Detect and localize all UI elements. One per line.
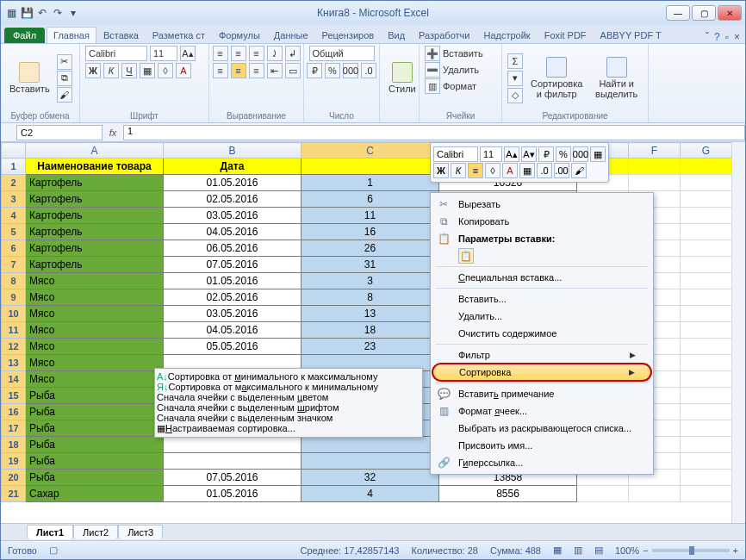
row-header[interactable]: 21 xyxy=(2,486,26,502)
row-header[interactable]: 13 xyxy=(2,355,26,371)
cell[interactable]: 32 xyxy=(302,470,439,486)
view-pagebreak-icon[interactable]: ▤ xyxy=(594,544,603,556)
cell[interactable]: 6 xyxy=(302,191,439,208)
cell[interactable] xyxy=(681,339,732,355)
sheet-tab[interactable]: Лист3 xyxy=(118,525,163,539)
format-painter-icon[interactable]: 🖌 xyxy=(57,87,72,103)
column-header[interactable]: B xyxy=(164,143,302,159)
row-header[interactable]: 11 xyxy=(2,322,26,339)
clear-icon[interactable]: ◇ xyxy=(507,88,523,103)
minimize-button[interactable]: — xyxy=(666,5,690,21)
cell[interactable]: Дата xyxy=(164,159,302,175)
row-header[interactable]: 16 xyxy=(2,404,26,420)
sort-by-color[interactable]: Сначала ячейки с выделенным цветом xyxy=(157,392,420,402)
sort-custom[interactable]: ▦Настраиваемая сортировка... xyxy=(157,423,420,434)
column-header[interactable]: C xyxy=(302,143,439,159)
sort-by-font[interactable]: Сначала ячейки с выделенным шрифтом xyxy=(157,402,420,413)
sheet-tab[interactable]: Лист2 xyxy=(73,525,118,539)
view-layout-icon[interactable]: ▥ xyxy=(574,544,582,556)
mini-fill-icon[interactable]: ◊ xyxy=(485,163,500,178)
cell[interactable]: 16 xyxy=(302,224,439,240)
orientation-icon[interactable]: ⤸ xyxy=(267,46,283,61)
cell[interactable]: Рыба xyxy=(26,453,164,470)
cell[interactable]: Картофель xyxy=(26,224,164,240)
row-header[interactable]: 8 xyxy=(2,273,26,289)
mini-bold-icon[interactable]: Ж xyxy=(433,163,449,178)
cell[interactable] xyxy=(629,175,681,191)
ribbon-tab[interactable]: Рецензиров xyxy=(315,27,382,43)
cell[interactable]: 3 xyxy=(302,273,439,289)
align-top-icon[interactable]: ≡ xyxy=(213,46,228,61)
cell[interactable]: 01.05.2016 xyxy=(164,175,302,191)
inc-dec-icon[interactable]: .0 xyxy=(361,63,376,78)
formula-input[interactable]: 1 xyxy=(123,125,745,140)
cell[interactable] xyxy=(681,470,732,486)
cell[interactable]: Наименование товара xyxy=(26,159,164,175)
cell[interactable]: Картофель xyxy=(26,175,164,191)
cell[interactable]: 07.05.2016 xyxy=(164,470,302,486)
cell[interactable] xyxy=(681,453,732,470)
font-name-combo[interactable]: Calibri xyxy=(85,46,147,61)
cell[interactable] xyxy=(629,486,681,502)
align-right-icon[interactable]: ≡ xyxy=(249,63,264,78)
row-header[interactable]: 2 xyxy=(2,175,26,191)
cell[interactable] xyxy=(164,453,302,470)
cell[interactable]: Мясо xyxy=(26,355,164,371)
currency-icon[interactable]: ₽ xyxy=(307,63,322,78)
cell[interactable] xyxy=(577,486,629,502)
undo-icon[interactable]: ↶ xyxy=(35,6,49,20)
column-header[interactable]: A xyxy=(26,143,164,159)
ribbon-tab[interactable]: Надстройк xyxy=(476,27,537,43)
copy-icon[interactable]: ⧉ xyxy=(57,71,72,86)
ribbon-tab[interactable]: Разработчи xyxy=(412,27,476,43)
ctx-pick-from-list[interactable]: Выбрать из раскрывающегося списка... xyxy=(432,420,651,437)
macro-record-icon[interactable]: ▢ xyxy=(49,544,58,556)
ribbon-tab[interactable]: Вид xyxy=(381,27,412,43)
cell[interactable]: Мясо xyxy=(26,273,164,289)
zoom-in-icon[interactable]: + xyxy=(733,545,738,556)
cell[interactable] xyxy=(681,306,732,322)
mini-border-icon[interactable]: ▦ xyxy=(590,146,606,162)
cell[interactable]: Мясо xyxy=(26,339,164,355)
row-header[interactable]: 4 xyxy=(2,208,26,224)
ctx-define-name[interactable]: Присвоить имя... xyxy=(432,437,651,454)
cell[interactable]: Мясо xyxy=(26,289,164,306)
ctx-paste-special[interactable]: Специальная вставка... xyxy=(432,269,651,286)
cell[interactable] xyxy=(629,159,681,175)
ctx-filter[interactable]: Фильтр▶ xyxy=(432,346,651,364)
cell[interactable]: Мясо xyxy=(26,322,164,339)
ctx-cut[interactable]: ✂Вырезать xyxy=(432,196,651,213)
ctx-insert-comment[interactable]: 💬Вставить примечание xyxy=(432,385,651,402)
column-header[interactable]: F xyxy=(629,143,681,159)
border-icon[interactable]: ▦ xyxy=(140,63,155,78)
qat-more-icon[interactable]: ▾ xyxy=(66,6,80,20)
mini-font-combo[interactable]: Calibri xyxy=(433,146,478,162)
row-header[interactable]: 12 xyxy=(2,339,26,355)
cell[interactable]: Мясо xyxy=(26,306,164,322)
cell[interactable]: Картофель xyxy=(26,208,164,224)
zoom-control[interactable]: 100% − + xyxy=(615,545,738,556)
row-header[interactable]: 19 xyxy=(2,453,26,470)
row-header[interactable]: 18 xyxy=(2,437,26,453)
italic-icon[interactable]: К xyxy=(103,63,119,78)
paste-button[interactable]: Вставить xyxy=(6,60,53,96)
wrap-icon[interactable]: ↲ xyxy=(285,46,301,61)
cell[interactable]: 1 xyxy=(302,175,439,191)
cell[interactable] xyxy=(681,208,732,224)
cell[interactable]: 23 xyxy=(302,339,439,355)
cell[interactable]: Картофель xyxy=(26,191,164,208)
row-header[interactable]: 17 xyxy=(2,420,26,437)
ribbon-tab[interactable]: Разметка ст xyxy=(146,27,212,43)
cell[interactable]: 07.05.2016 xyxy=(164,257,302,273)
cell[interactable] xyxy=(681,273,732,289)
cell[interactable] xyxy=(681,322,732,339)
cell[interactable] xyxy=(681,159,732,175)
ctx-format-cells[interactable]: ▥Формат ячеек... xyxy=(432,402,651,420)
mini-fontcolor-icon[interactable]: A xyxy=(502,163,518,178)
cell[interactable]: 8556 xyxy=(439,486,577,502)
ctx-paste-option[interactable]: 📋 xyxy=(432,247,651,264)
mini-italic-icon[interactable]: К xyxy=(451,163,466,178)
ctx-hyperlink[interactable]: 🔗Гиперссылка... xyxy=(432,454,651,471)
cell[interactable]: 04.05.2016 xyxy=(164,224,302,240)
cell[interactable]: 01.05.2016 xyxy=(164,486,302,502)
